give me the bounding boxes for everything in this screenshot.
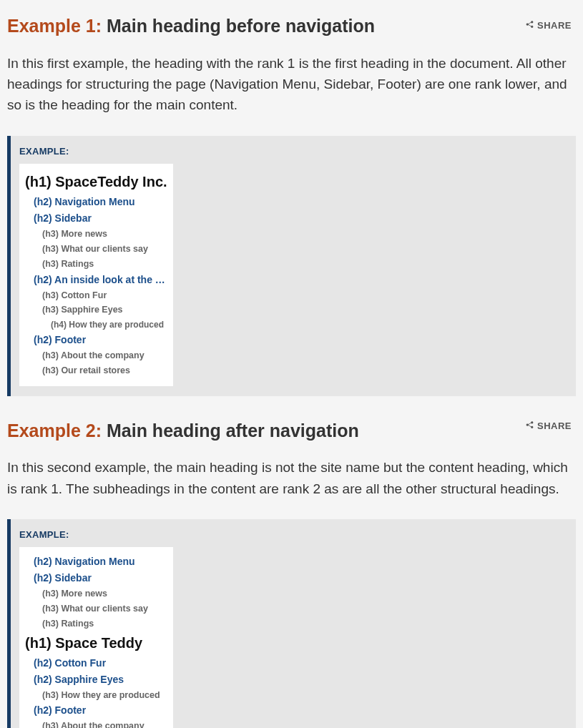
heading-tree-1: (h1) SpaceTeddy Inc. (h2) Navigation Men… <box>19 164 173 385</box>
tree-node-h2: (h2) Navigation Menu <box>24 554 169 569</box>
tree-node-h4: (h4) How they are produced <box>24 318 169 331</box>
tree-node-h3: (h3) More news <box>24 227 169 241</box>
tree-node-h3: (h3) More news <box>24 587 169 601</box>
example-2-prefix: Example 2: <box>7 420 102 441</box>
tree-node-h3: (h3) Ratings <box>24 617 169 631</box>
tree-node-h3: (h3) Sapphire Eyes <box>24 303 169 317</box>
share-button[interactable]: SHARE <box>525 419 572 433</box>
tree-node-h2: (h2) Sapphire Eyes <box>24 672 169 687</box>
example-box-label: EXAMPLE: <box>19 528 567 542</box>
tree-node-h2: (h2) Cotton Fur <box>24 656 169 671</box>
tree-node-h3: (h3) What our clients say <box>24 602 169 616</box>
tree-node-h3: (h3) Cotton Fur <box>24 289 169 302</box>
share-button[interactable]: SHARE <box>525 19 572 33</box>
tree-node-h3: (h3) About the company <box>24 349 169 363</box>
example-1-title: Main heading before navigation <box>107 16 375 36</box>
tree-node-h1: (h1) Space Teddy <box>24 632 169 654</box>
share-icon <box>525 419 534 433</box>
example-2-box: EXAMPLE: (h2) Navigation Menu (h2) Sideb… <box>7 519 576 728</box>
example-box-label: EXAMPLE: <box>19 144 567 159</box>
example-1-heading: Example 1: Main heading before navigatio… <box>7 13 576 40</box>
tree-node-h2: (h2) Navigation Menu <box>24 195 169 210</box>
tree-node-h3: (h3) Ratings <box>24 257 169 271</box>
example-1-prefix: Example 1: <box>7 16 102 36</box>
tree-node-h3: (h3) What our clients say <box>24 242 169 256</box>
tree-node-h2: (h2) Sidebar <box>24 571 169 586</box>
tree-node-h1: (h1) SpaceTeddy Inc. <box>24 171 169 192</box>
tree-node-h2: (h2) Footer <box>24 703 169 718</box>
example-section-2: SHARE Example 2: Main heading after navi… <box>7 418 576 728</box>
example-section-1: SHARE Example 1: Main heading before nav… <box>7 13 576 396</box>
share-label: SHARE <box>537 19 572 33</box>
tree-node-h2: (h2) Footer <box>24 333 169 348</box>
tree-node-h2: (h2) An inside look at the … <box>24 272 169 287</box>
share-icon <box>525 19 534 33</box>
example-1-paragraph: In this first example, the heading with … <box>7 53 576 116</box>
example-2-heading: Example 2: Main heading after navigation <box>7 418 576 445</box>
heading-tree-2: (h2) Navigation Menu (h2) Sidebar (h3) M… <box>19 547 173 728</box>
example-1-box: EXAMPLE: (h1) SpaceTeddy Inc. (h2) Navig… <box>7 136 576 396</box>
example-2-title: Main heading after navigation <box>107 420 359 441</box>
share-label: SHARE <box>537 419 572 433</box>
tree-node-h3: (h3) About the company <box>24 719 169 728</box>
example-2-paragraph: In this second example, the main heading… <box>7 457 576 499</box>
tree-node-h3: (h3) Our retail stores <box>24 364 169 378</box>
tree-node-h3: (h3) How they are produced <box>24 689 169 702</box>
tree-node-h2: (h2) Sidebar <box>24 211 169 226</box>
